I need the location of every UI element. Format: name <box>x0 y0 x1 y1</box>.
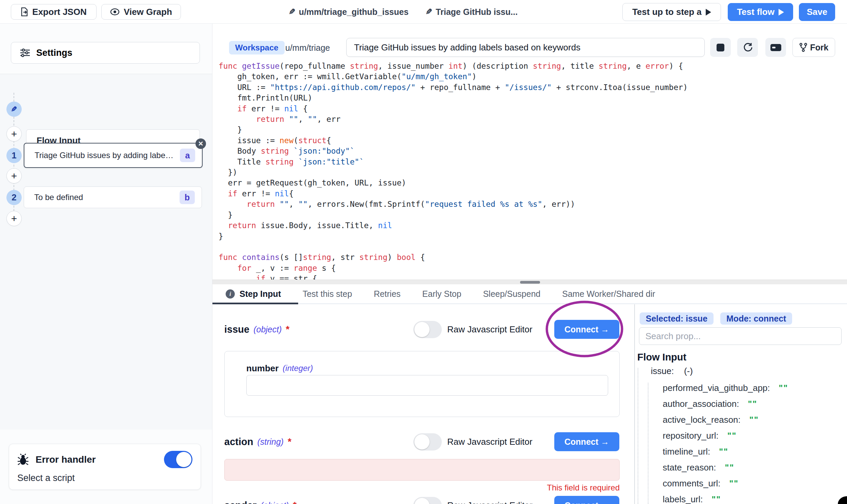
tree-root-issue[interactable]: issue: (-) <box>651 366 693 376</box>
view-graph-button[interactable]: View Graph <box>101 4 181 20</box>
search-prop-input[interactable] <box>639 327 842 345</box>
field-name: issue <box>224 324 249 335</box>
code-line: issue := new(struct{ <box>219 136 842 146</box>
field-name: sender <box>224 500 257 504</box>
refresh-icon <box>743 43 753 52</box>
add-step-button[interactable]: + <box>6 168 22 183</box>
number-input[interactable] <box>246 375 608 396</box>
code-line: gh_token, err := wmill.GetVariable("u/mm… <box>219 71 842 82</box>
required-asterisk: * <box>293 500 296 504</box>
field-type: (object) <box>261 501 289 504</box>
code-line: fmt.Println(URL) <box>219 93 842 103</box>
tab-label: Same Worker/Shared dir <box>562 289 655 299</box>
issue-field-row: issue (object) * Raw Javascript Editor C… <box>224 320 620 339</box>
tree-guide-line <box>648 383 649 504</box>
refresh-button[interactable] <box>737 38 758 57</box>
export-json-button[interactable]: Export JSON <box>11 4 97 20</box>
field-type: (integer) <box>282 363 313 373</box>
step-1-badge: a <box>180 149 195 162</box>
step-1-card[interactable]: Triage GitHub issues by adding labels ..… <box>24 143 203 168</box>
sender-field-row: sender (object) * Raw Javascript Editor … <box>224 496 620 504</box>
code-line: Body string `json:"body"` <box>219 146 842 156</box>
remove-step-icon[interactable]: ✕ <box>195 139 206 149</box>
step-tabs: i Step Input Test this step Retries Earl… <box>212 284 847 304</box>
required-asterisk: * <box>288 436 291 447</box>
code-line: if err != nil{ <box>219 188 842 199</box>
step-1-label: Triage GitHub issues by adding labels ..… <box>35 151 175 160</box>
breadcrumb-flow-label: Triage GitHub issu... <box>436 7 518 17</box>
raw-js-label: Raw Javascript Editor <box>447 320 532 339</box>
code-line: } <box>219 210 842 220</box>
connect-button-issue[interactable]: Connect → <box>554 320 619 339</box>
code-line: }) <box>219 167 842 178</box>
connect-button-action[interactable]: Connect → <box>554 432 619 451</box>
stop-icon <box>716 44 724 51</box>
script-path[interactable]: u/mm/triage <box>285 41 330 54</box>
flow-input-node-icon[interactable]: ✎ <box>6 102 22 117</box>
raw-js-toggle[interactable] <box>413 497 442 504</box>
breadcrumb-path[interactable]: ✎ u/mm/triage_github_issues <box>289 0 409 24</box>
prop-value: "" <box>719 447 728 456</box>
code-editor[interactable]: func getIssue(repo_fullname string, issu… <box>219 61 842 280</box>
raw-js-toggle[interactable] <box>413 321 442 338</box>
prop-row[interactable]: author_association:"" <box>663 396 846 412</box>
prop-value: "" <box>712 494 721 504</box>
prop-label: labels_url: <box>663 494 703 504</box>
editor-main: Workspace u/mm/triage Fork func getIssue… <box>212 24 847 504</box>
selected-badge: Selected: issue <box>640 312 713 325</box>
step-2-card[interactable]: To be defined b <box>24 186 202 208</box>
prop-label: timeline_url: <box>663 447 710 457</box>
export-json-label: Export JSON <box>32 7 86 17</box>
code-line: return issue.Body, issue.Title, nil <box>219 220 842 231</box>
issue-field-header: issue (object) * <box>224 320 289 339</box>
tab-test-this-step[interactable]: Test this step <box>302 289 352 299</box>
code-line: } <box>219 231 842 242</box>
fork-label: Fork <box>810 43 828 52</box>
save-label: Save <box>807 7 827 17</box>
top-bar: Export JSON View Graph ✎ u/mm/triage_git… <box>0 0 847 24</box>
tab-label: Sleep/Suspend <box>483 289 541 299</box>
error-handler-toggle[interactable] <box>164 451 192 468</box>
diff-button[interactable] <box>765 38 786 57</box>
add-step-button[interactable]: + <box>6 211 22 226</box>
tab-early-stop[interactable]: Early Stop <box>422 289 461 299</box>
play-icon <box>706 9 711 16</box>
error-handler-subtitle[interactable]: Select a script <box>17 473 192 483</box>
prop-row[interactable]: comments_url:"" <box>663 475 846 491</box>
stop-button[interactable] <box>710 38 731 57</box>
prop-value: "" <box>729 479 739 488</box>
scrollbar-thumb[interactable] <box>520 281 540 284</box>
prop-row[interactable]: timeline_url:"" <box>663 444 846 460</box>
prop-row[interactable]: repository_url:"" <box>663 428 846 444</box>
connect-button-sender[interactable]: Connect → <box>554 496 619 504</box>
breadcrumb-flow-title[interactable]: ✎ Triage GitHub issu... <box>426 0 518 24</box>
prop-row[interactable]: performed_via_github_app:"" <box>663 380 846 396</box>
tab-sleep-suspend[interactable]: Sleep/Suspend <box>483 289 541 299</box>
horizontal-scrollbar[interactable] <box>212 280 847 284</box>
bug-icon <box>17 454 29 466</box>
prop-row[interactable]: active_lock_reason:"" <box>663 412 846 428</box>
code-line: URL := "https://api.github.com/repos/" +… <box>219 82 842 93</box>
prop-row[interactable]: state_reason:"" <box>663 460 846 475</box>
action-input-error[interactable] <box>224 459 620 481</box>
test-flow-button[interactable]: Test flow <box>728 3 793 21</box>
add-step-button[interactable]: + <box>6 126 22 142</box>
raw-js-toggle[interactable] <box>413 433 442 451</box>
flow-input-heading: Flow Input <box>637 352 687 363</box>
settings-button[interactable]: Settings <box>11 42 200 64</box>
breadcrumb-path-label: u/mm/triage_github_issues <box>299 7 409 17</box>
code-line: func contains(s []string, str string) bo… <box>219 252 842 263</box>
code-line: err = getRequest(gh_token, URL, issue) <box>219 178 842 188</box>
fork-button[interactable]: Fork <box>793 38 835 57</box>
tab-same-worker[interactable]: Same Worker/Shared dir <box>562 289 655 299</box>
prop-row[interactable]: labels_url:"" <box>663 491 846 504</box>
flow-summary-input[interactable] <box>346 38 705 57</box>
tab-step-input[interactable]: i Step Input <box>226 289 281 299</box>
prop-label: state_reason: <box>663 462 716 473</box>
step-input-panel: issue (object) * Raw Javascript Editor C… <box>212 304 629 504</box>
prop-value: "" <box>725 463 734 472</box>
bottom-panels: issue (object) * Raw Javascript Editor C… <box>212 304 847 504</box>
save-button[interactable]: Save <box>799 3 835 21</box>
test-up-to-step-button[interactable]: Test up to step a <box>622 3 721 21</box>
tab-retries[interactable]: Retries <box>374 289 400 299</box>
